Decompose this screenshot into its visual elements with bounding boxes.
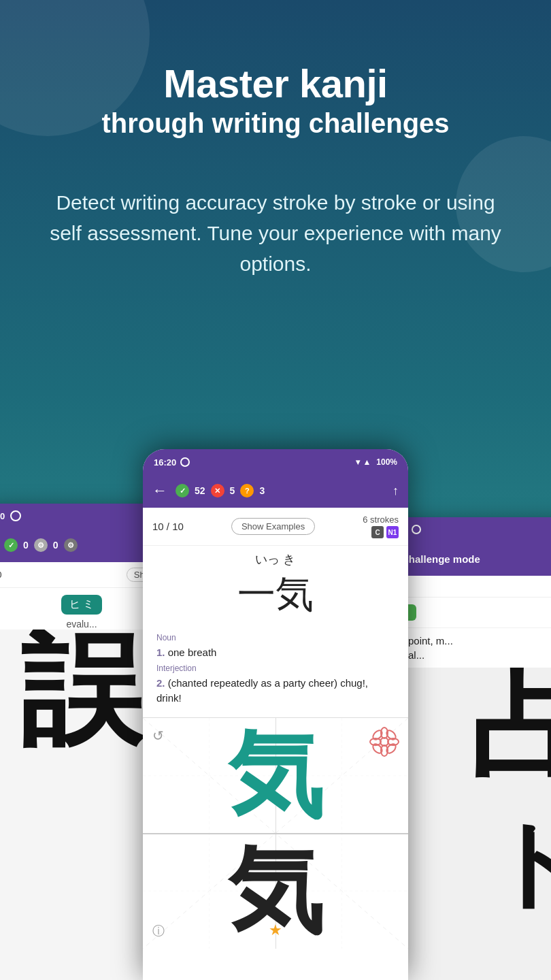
drawing-area[interactable]: 気 気 ↺	[143, 717, 408, 949]
center-content-bar: 10 / 10 Show Examples 6 strokes C N1	[143, 508, 408, 546]
center-time: 16:20	[154, 457, 176, 468]
strokes-info: 6 strokes C N1	[363, 514, 399, 538]
show-examples-button[interactable]: Show Examples	[231, 518, 315, 535]
left-score-correct: 0	[23, 540, 29, 551]
signal-icon: ▲	[363, 457, 371, 467]
left-position: 1 / 10	[0, 570, 2, 580]
pos-noun: Noun	[156, 633, 395, 642]
badge-n1: N1	[386, 526, 399, 538]
wrong-count: 5	[230, 485, 235, 496]
flower-icon	[367, 725, 401, 759]
refresh-icon[interactable]: ↺	[152, 728, 164, 744]
def-num-2: 2.	[156, 677, 168, 689]
center-back-icon[interactable]: ←	[152, 482, 167, 500]
def-text-2: (chanted repeatedly as a party cheer) ch…	[156, 677, 368, 704]
left-score-gear1: ⚙	[34, 538, 48, 552]
def-entry-1: 1. one breath	[156, 645, 395, 661]
strokes-label: 6 strokes	[363, 514, 399, 525]
right-status-icon	[412, 525, 421, 534]
center-position: 10 / 10	[152, 521, 184, 532]
center-status-icon	[180, 457, 190, 467]
correct-icon: ✓	[176, 484, 189, 497]
left-time: 16:20	[0, 511, 5, 521]
wrong-icon: ✕	[211, 484, 224, 497]
correct-count: 52	[195, 485, 205, 496]
left-score-gear2: ⚙	[64, 538, 78, 552]
def-entry-2: 2. (chanted repeatedly as a party cheer)…	[156, 676, 395, 706]
left-eval-text: evalu...	[66, 619, 97, 630]
left-score-correct-icon: ✓	[4, 538, 18, 552]
right-toolbar-title: Challenge mode	[401, 553, 480, 565]
wifi-icon: ▾	[356, 457, 360, 467]
kanji-reading-area: いっ き 一気	[143, 546, 408, 626]
drawing-top-kanji: 気	[228, 728, 323, 823]
center-toolbar[interactable]: ← ✓ 52 ✕ 5 ? 3 ↑	[143, 474, 408, 508]
phones-container: 16:20 ← ✓ 0 ⚙ 0 ⚙ 1 / 10 Show Ex... ヒ ミ …	[0, 422, 551, 980]
kanji-character: 一気	[143, 568, 408, 626]
badge-c: C	[371, 526, 384, 538]
center-score-group: ✓ 52 ✕ 5 ? 3	[176, 484, 384, 497]
center-status-bar: 16:20 ▾ ▲ 100%	[143, 449, 408, 474]
left-kanji-chip: ヒ ミ	[61, 595, 102, 615]
def-num-1: 1.	[156, 647, 168, 658]
definition-area: Noun 1. one breath Interjection 2. (chan…	[143, 626, 408, 717]
pending-icon: ?	[240, 484, 254, 497]
phone-center: 16:20 ▾ ▲ 100% ← ✓ 52 ✕ 5 ? 3 ↑	[143, 449, 408, 980]
sort-icon[interactable]: ↑	[393, 484, 399, 498]
left-score-mid: 0	[53, 540, 59, 551]
pending-count: 3	[259, 485, 265, 496]
battery-icon: 100%	[376, 457, 397, 467]
def-text-1: one breath	[168, 647, 217, 658]
info-icon[interactable]: ⓘ	[152, 923, 165, 939]
flower-container	[367, 725, 401, 762]
pos-interjection: Interjection	[156, 664, 395, 673]
left-status-icon	[10, 510, 21, 521]
kanji-reading: いっ き	[143, 546, 408, 568]
star-icon[interactable]: ★	[269, 921, 282, 939]
